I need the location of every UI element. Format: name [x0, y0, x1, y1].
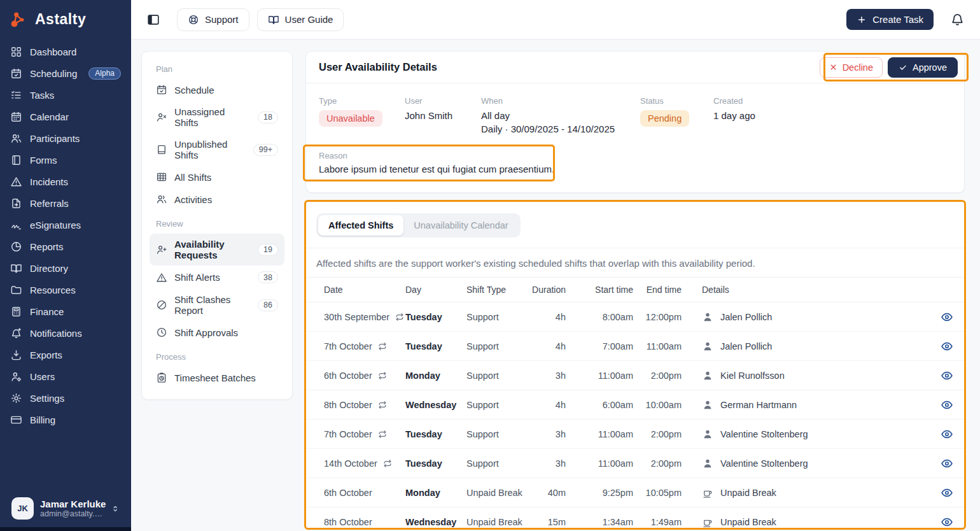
- shift-actions-cell: [931, 339, 954, 353]
- shift-date: 8th October: [324, 400, 372, 410]
- sidebar-item-esignatures[interactable]: eSignatures: [0, 214, 131, 236]
- approve-label: Approve: [913, 62, 947, 73]
- decline-button[interactable]: Decline: [820, 57, 883, 78]
- secondary-sidebar: PlanScheduleUnassigned Shifts18Unpublish…: [141, 51, 293, 400]
- warning-icon: [156, 272, 167, 283]
- sidebar-item-billing[interactable]: Billing: [0, 409, 131, 430]
- shift-day: Tuesday: [405, 341, 466, 351]
- shift-type: Unpaid Break: [466, 488, 528, 498]
- view-shift-button[interactable]: [940, 339, 954, 353]
- page-content: PlanScheduleUnassigned Shifts18Unpublish…: [131, 39, 980, 531]
- availability-details-card: User Availability Details Decline Approv…: [305, 51, 965, 193]
- sidebar-item-label: Tasks: [30, 90, 54, 101]
- subnav-item-all-shifts[interactable]: All Shifts: [150, 166, 284, 188]
- field-when-line1: All day: [481, 110, 640, 121]
- field-created-value: 1 day ago: [713, 110, 755, 121]
- repeat-icon: [378, 430, 387, 439]
- sidebar-item-forms[interactable]: Forms: [0, 149, 131, 171]
- gear-icon: [10, 392, 22, 404]
- column-header-end-time: End time: [633, 285, 682, 295]
- sidebar-item-reports[interactable]: Reports: [0, 236, 131, 257]
- sidebar-item-label: Dashboard: [30, 46, 76, 57]
- affected-shifts-description: Affected shifts are the support worker's…: [306, 248, 964, 277]
- shift-actions-cell: [931, 427, 954, 441]
- sidebar-item-label: Finance: [30, 306, 64, 317]
- notifications-bell-icon[interactable]: [950, 12, 965, 27]
- sidebar-item-scheduling[interactable]: SchedulingAlpha: [0, 62, 131, 84]
- sidebar-item-users[interactable]: Users: [0, 365, 131, 387]
- book-icon: [156, 144, 167, 155]
- reason-value: Labore ipsum id tenetur est qui fugiat c…: [319, 164, 951, 174]
- sidebar-item-tasks[interactable]: Tasks: [0, 84, 131, 106]
- subnav-item-shift-clashes-report[interactable]: Shift Clashes Report86: [150, 289, 284, 321]
- shift-date-cell: 14th October: [316, 458, 405, 469]
- shift-end-time: 2:00pm: [633, 429, 682, 439]
- person-icon: [702, 428, 713, 440]
- sidebar-item-directory[interactable]: Directory: [0, 257, 131, 279]
- sidebar-item-referrals[interactable]: Referrals: [0, 192, 131, 214]
- sidebar-item-exports[interactable]: Exports: [0, 344, 131, 365]
- shift-end-time: 2:00pm: [633, 371, 682, 381]
- subnav-item-shift-alerts[interactable]: Shift Alerts38: [150, 266, 284, 288]
- user-guide-label: User Guide: [285, 14, 333, 25]
- sidebar-item-calendar[interactable]: Calendar: [0, 106, 131, 127]
- sidebar-user-menu[interactable]: JK Jamar Kerluke admin@astalty.com....: [6, 492, 125, 525]
- subnav-item-unpublished-shifts[interactable]: Unpublished Shifts99+: [150, 134, 284, 166]
- user-guide-button[interactable]: User Guide: [257, 8, 344, 31]
- shift-details-name: Unpaid Break: [720, 517, 776, 527]
- subnav-item-label: Unassigned Shifts: [174, 106, 251, 128]
- subnav-item-unassigned-shifts[interactable]: Unassigned Shifts18: [150, 101, 284, 133]
- shift-type: Unpaid Break: [466, 517, 528, 527]
- shift-day: Monday: [405, 488, 466, 498]
- approve-button[interactable]: Approve: [888, 57, 958, 78]
- create-task-button[interactable]: Create Task: [846, 9, 934, 30]
- subnav-item-activities[interactable]: Activities: [150, 188, 284, 210]
- view-shift-button[interactable]: [940, 427, 954, 441]
- view-shift-button[interactable]: [940, 369, 954, 383]
- sidebar-item-notifications[interactable]: Notifications: [0, 322, 131, 344]
- shift-details-cell: Kiel Runolfsson: [682, 370, 931, 381]
- grid-icon: [10, 46, 22, 58]
- column-header-duration: Duration: [528, 285, 566, 295]
- support-button[interactable]: Support: [177, 8, 249, 31]
- shift-details-cell: Jalen Pollich: [682, 311, 931, 323]
- sidebar-item-participants[interactable]: Participants: [0, 127, 131, 149]
- shift-day: Wednesday: [405, 400, 466, 410]
- sidebar-item-incidents[interactable]: Incidents: [0, 171, 131, 192]
- column-header-day: Day: [405, 285, 466, 295]
- field-status-label: Status: [640, 96, 713, 106]
- tab-unavailability-calendar[interactable]: Unavailability Calendar: [403, 215, 518, 236]
- shift-type: Support: [466, 312, 528, 322]
- shift-details-cell: Jalen Pollich: [682, 341, 931, 352]
- tab-affected-shifts[interactable]: Affected Shifts: [318, 215, 403, 236]
- user-gear-icon: [10, 371, 22, 383]
- shift-duration: 40m: [528, 488, 566, 498]
- view-shift-button[interactable]: [940, 457, 954, 471]
- subnav-section-title: Plan: [156, 64, 278, 74]
- shift-details-name: Kiel Runolfsson: [720, 371, 785, 381]
- sidebar-item-settings[interactable]: Settings: [0, 387, 131, 409]
- list-check-icon: [10, 89, 22, 101]
- sidebar-item-finance[interactable]: Finance: [0, 301, 131, 322]
- reason-block: Reason Labore ipsum id tenetur est qui f…: [306, 151, 964, 174]
- calendar-check-icon: [10, 67, 22, 80]
- brand-logo[interactable]: Astalty: [0, 0, 131, 38]
- status-badge: Pending: [640, 110, 689, 127]
- shift-details-name: Jalen Pollich: [720, 341, 772, 351]
- subnav-item-timesheet-batches[interactable]: Timesheet Batches: [150, 367, 284, 388]
- subnav-item-schedule[interactable]: Schedule: [150, 79, 284, 101]
- view-shift-button[interactable]: [940, 515, 954, 529]
- view-shift-button[interactable]: [940, 398, 954, 412]
- view-shift-button[interactable]: [940, 310, 954, 324]
- shift-duration: 4h: [528, 400, 566, 410]
- subnav-item-shift-approvals[interactable]: Shift Approvals: [150, 322, 284, 343]
- count-badge: 18: [258, 111, 278, 124]
- sidebar-item-resources[interactable]: Resources: [0, 279, 131, 301]
- repeat-icon: [378, 400, 387, 409]
- sidebar-toggle-icon[interactable]: [146, 13, 160, 27]
- field-created-label: Created: [713, 96, 755, 106]
- sidebar-item-dashboard[interactable]: Dashboard: [0, 41, 131, 62]
- subnav-item-availability-requests[interactable]: Availability Requests19: [150, 234, 284, 266]
- field-when-line2: Daily · 30/09/2025 - 14/10/2025: [481, 124, 640, 134]
- view-shift-button[interactable]: [940, 486, 954, 500]
